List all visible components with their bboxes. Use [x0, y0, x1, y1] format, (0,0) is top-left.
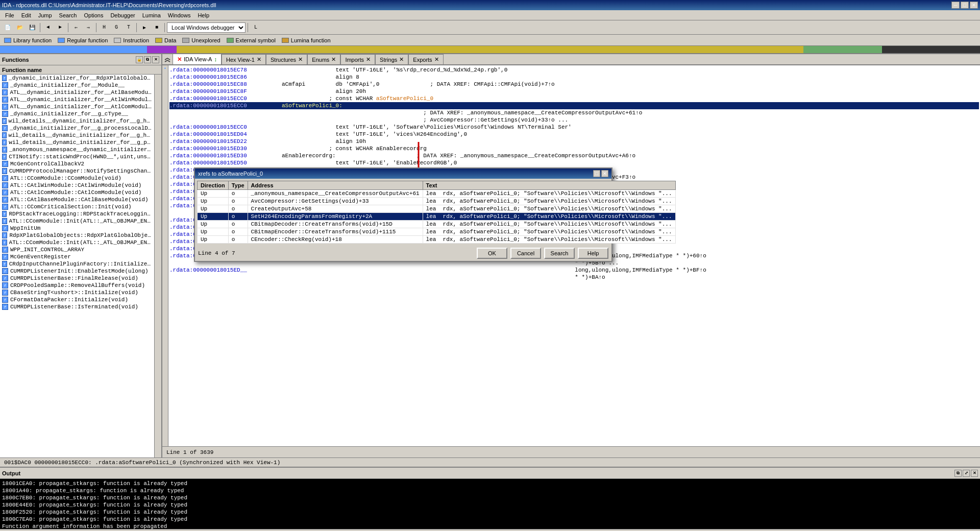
list-item[interactable]: f wil_details__dynamic_initializer_for__…	[0, 139, 154, 146]
output-content[interactable]: 18001CEA0: propagate_stkargs: function i…	[0, 479, 980, 529]
xrefs-dialog[interactable]: xrefs to aSoftwarePolici_0 □ ✕ Direction…	[194, 167, 612, 262]
maximize-btn[interactable]: □	[961, 2, 969, 9]
menu-file[interactable]: File	[2, 11, 17, 19]
toolbar-nav1[interactable]: ⇐	[70, 22, 82, 33]
close-btn[interactable]: ✕	[970, 2, 978, 9]
toolbar-graph[interactable]: G	[111, 22, 122, 33]
list-item[interactable]: f CFormatDataPacker::Initialize(void)	[0, 296, 154, 303]
list-item[interactable]: f ATL::CAtlComModule::CAtlComModule(void…	[0, 189, 154, 196]
table-row[interactable]: Up o CreateOutputAvc+58 lea rdx, aSoftwa…	[198, 205, 676, 213]
table-row[interactable]: Up o CBitmapEncoder::CreateTransforms(vo…	[198, 228, 676, 236]
list-item[interactable]: f ATL::CAtlWinModule::CAtlWinModule(void…	[0, 182, 154, 189]
functions-list[interactable]: f _dynamic_initializer_for__RdpXPlatGlob…	[0, 75, 154, 457]
list-item[interactable]: f _dynamic_initializer_for__Module__	[0, 82, 154, 89]
list-item[interactable]: f RDPStackTraceLogging::RDPStackTraceLog…	[0, 210, 154, 218]
cancel-button[interactable]: Cancel	[510, 248, 541, 259]
nav-bar[interactable]	[0, 46, 980, 54]
list-item[interactable]: f ATL::CComModule::CComModule(void)	[0, 175, 154, 182]
dialog-maximize-btn[interactable]: □	[593, 170, 600, 177]
list-item[interactable]: f CTINotify::staticWndProc(HWND__*,uint,…	[0, 153, 154, 160]
search-button[interactable]: Search	[544, 248, 575, 259]
list-item[interactable]: f ATL::CAtlBaseModule::CAtlBaseModule(vo…	[0, 196, 154, 203]
list-item[interactable]: f WppInitUm	[0, 225, 154, 232]
tab-hex-view[interactable]: Hex View-1 ✕	[222, 54, 266, 64]
list-item[interactable]: f _dynamic_initializer_for__g_processLoc…	[0, 125, 154, 132]
tab-ida-view[interactable]: ✕ IDA View-A ↕	[173, 54, 222, 64]
output-resize-btn[interactable]: ⤢	[963, 470, 970, 477]
tab-strings-close[interactable]: ✕	[399, 56, 404, 63]
list-item[interactable]: f _dynamic_initializer_for__g_cType__	[0, 110, 154, 117]
dialog-footer: Line 4 of 7 OK Cancel Search Help	[195, 246, 611, 261]
tab-struct-close[interactable]: ✕	[298, 56, 303, 63]
xrefs-table[interactable]: Direction Type Address Text Up o _anonym…	[197, 181, 676, 244]
help-button[interactable]: Help	[578, 248, 608, 259]
list-item[interactable]: f CRdpInputChannelPluginFactory::Initial…	[0, 260, 154, 268]
list-item[interactable]: f ATL__dynamic_initializer_for__AtlWinMo…	[0, 96, 154, 103]
table-row-selected[interactable]: Up o SetH264EncodingParamsFromRegistry+2…	[198, 213, 676, 221]
list-item[interactable]: f RdpXPlatGlobalObjects::RdpXPlatGlobalO…	[0, 232, 154, 239]
tab-hex-close[interactable]: ✕	[257, 56, 261, 63]
tab-exports-close[interactable]: ✕	[434, 56, 439, 63]
toolbar-run[interactable]: ▶	[139, 22, 150, 33]
tab-enums[interactable]: Enums ✕	[307, 54, 340, 64]
code-line-highlight[interactable]: .rdata:000000018015ECC0 aSoftwarePolici_…	[169, 102, 979, 109]
list-item[interactable]: f CUMRDPListenerBase::FinalRelease(void)	[0, 275, 154, 282]
list-item[interactable]: f wil_details__dynamic_initializer_for__…	[0, 132, 154, 139]
tab-enums-close[interactable]: ✕	[331, 56, 336, 63]
list-item[interactable]: f ATL__dynamic_initializer_for__AtlComMo…	[0, 103, 154, 110]
panel-float-btn[interactable]: ⧉	[144, 56, 151, 63]
list-item[interactable]: f McGenEventRegister	[0, 253, 154, 260]
menu-lumina[interactable]: Lumina	[139, 11, 164, 19]
table-row[interactable]: Up o CBitmapDecoder::CreateTransforms(vo…	[198, 221, 676, 228]
table-row[interactable]: Up o CEncoder::CheckReg(void)+18 lea rdx…	[198, 236, 676, 244]
menu-search[interactable]: Search	[56, 11, 80, 19]
toolbar-stop[interactable]: ■	[151, 22, 162, 33]
output-close-btn[interactable]: ✕	[971, 470, 978, 477]
ok-button[interactable]: OK	[477, 248, 507, 259]
menu-jump[interactable]: Jump	[35, 11, 55, 19]
list-item[interactable]: f WPP_INIT_CONTROL_ARRAY	[0, 246, 154, 253]
tab-strings[interactable]: Strings ✕	[375, 54, 408, 64]
toolbar-open[interactable]: 📂	[14, 22, 26, 33]
tab-structures[interactable]: Structures ✕	[266, 54, 307, 64]
table-row[interactable]: Up o AvcCompressor::GetSettings(void)+33…	[198, 198, 676, 205]
list-item[interactable]: f McGenControlCallbackV2	[0, 160, 154, 167]
list-item[interactable]: f ATL__dynamic_initializer_for__AtlBaseM…	[0, 89, 154, 96]
list-item[interactable]: f CRDPPooledSample::RemoveAllBuffers(voi…	[0, 282, 154, 289]
dialog-close-btn[interactable]: ✕	[601, 170, 608, 177]
panel-lock-btn[interactable]: 🔒	[136, 56, 143, 63]
list-item[interactable]: f _dynamic_initializer_for__RdpXPlatGlob…	[0, 75, 154, 82]
list-item[interactable]: f wil_details__dynamic_initializer_for__…	[0, 117, 154, 125]
list-item[interactable]: f ATL::CComModule::Init(ATL::_ATL_OBJMAP…	[0, 239, 154, 246]
list-item[interactable]: f ATL::CComModule::Init(ATL::_ATL_OBJMAP…	[0, 218, 154, 225]
output-float-btn[interactable]: ⧉	[954, 470, 962, 477]
list-item[interactable]: f CUMRDPListenerInit::EnableTestMode(ulo…	[0, 268, 154, 275]
panel-close-btn[interactable]: ✕	[152, 56, 159, 63]
toolbar-new[interactable]: 📄	[2, 22, 13, 33]
toolbar-nav2[interactable]: ⇒	[83, 22, 94, 33]
menu-edit[interactable]: Edit	[18, 11, 34, 19]
dialog-line-count: Line 4 of 7	[198, 250, 235, 256]
toolbar-save[interactable]: 💾	[27, 22, 38, 33]
debugger-dropdown[interactable]: Local Windows debugger	[167, 22, 246, 33]
list-item[interactable]: f _anonymous_namespace__dynamic_initiali…	[0, 146, 154, 153]
list-item[interactable]: f CUMRDPListenerBase::IsTerminated(void)	[0, 303, 154, 310]
toolbar-text[interactable]: T	[123, 22, 134, 33]
menu-debugger[interactable]: Debugger	[107, 11, 138, 19]
tab-imports[interactable]: Imports ✕	[340, 54, 375, 64]
toolbar-fwd[interactable]: ►	[55, 22, 66, 33]
functions-scrollbar[interactable]	[154, 75, 161, 457]
table-row[interactable]: Up o _anonymous_namespace__CreateCompres…	[198, 190, 676, 198]
list-item[interactable]: f CBaseStringT<ushort>::Initialize(void)	[0, 289, 154, 296]
toolbar-lumina[interactable]: L	[250, 22, 261, 33]
menu-options[interactable]: Options	[81, 11, 106, 19]
tab-exports[interactable]: Exports ✕	[408, 54, 443, 64]
menu-help[interactable]: Help	[194, 11, 212, 19]
list-item[interactable]: f CUMRDPProtocolManager::NotifySettingsC…	[0, 167, 154, 175]
list-item[interactable]: f ATL::CComCriticalSection::Init(void)	[0, 203, 154, 210]
toolbar-hex[interactable]: H	[99, 22, 110, 33]
minimize-btn[interactable]: ─	[951, 2, 960, 9]
menu-windows[interactable]: Windows	[165, 11, 194, 19]
toolbar-back[interactable]: ◄	[42, 22, 54, 33]
tab-imports-close[interactable]: ✕	[366, 56, 371, 63]
